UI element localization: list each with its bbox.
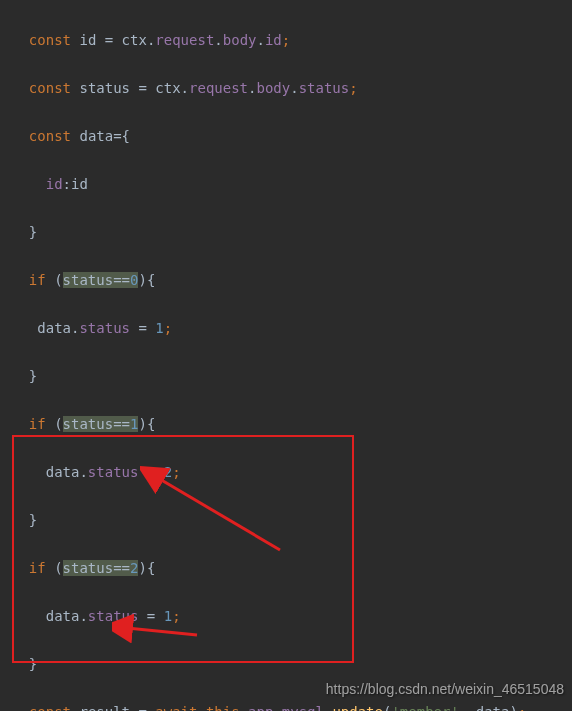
code-line: if (status==1){ xyxy=(12,412,572,436)
code-line: const status = ctx.request.body.status; xyxy=(12,76,572,100)
code-line: if (status==0){ xyxy=(12,268,572,292)
watermark-text: https://blog.csdn.net/weixin_46515048 xyxy=(326,677,564,701)
code-editor[interactable]: const id = ctx.request.body.id; const st… xyxy=(0,4,572,711)
code-line: data.status = 2; xyxy=(12,460,572,484)
code-line: const data={ xyxy=(12,124,572,148)
code-line: } xyxy=(12,364,572,388)
code-line: data.status = 1; xyxy=(12,316,572,340)
code-line: id:id xyxy=(12,172,572,196)
code-line: const id = ctx.request.body.id; xyxy=(12,28,572,52)
code-line: } xyxy=(12,652,572,676)
code-line: if (status==2){ xyxy=(12,556,572,580)
code-line: data.status = 1; xyxy=(12,604,572,628)
code-line: const result = await this.app.mysql.upda… xyxy=(12,700,572,711)
code-line: } xyxy=(12,220,572,244)
code-line: } xyxy=(12,508,572,532)
